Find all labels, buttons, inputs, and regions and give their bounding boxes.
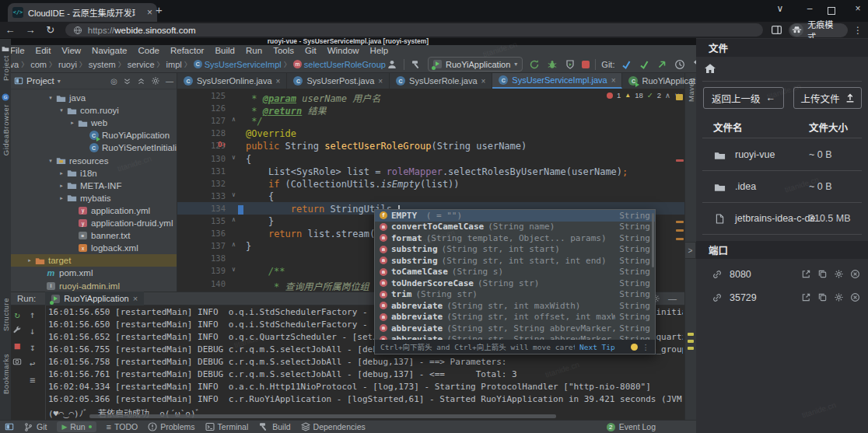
wrench-icon[interactable]	[12, 326, 22, 335]
fold-marker-icon[interactable]: ∧	[232, 216, 236, 223]
stripe-bookmarks[interactable]: Bookmarks	[0, 354, 11, 394]
settings-icon[interactable]	[834, 292, 844, 302]
breadcrumb-item[interactable]: system	[89, 60, 116, 69]
panel-expander-icon[interactable]: >	[684, 242, 696, 259]
override-marker-icon[interactable]: O↑	[218, 141, 226, 148]
statusbar-todo[interactable]: ≡TODO	[107, 422, 138, 431]
menu-tools[interactable]: Tools	[268, 46, 299, 55]
tab-close-icon[interactable]: ×	[378, 77, 383, 86]
menu-refactor[interactable]: Refactor	[165, 46, 209, 55]
url-bar[interactable]: https:// webide.sinosoft.com	[65, 23, 763, 37]
editor-tab-sysuserpost.java[interactable]: CSysUserPost.java×	[287, 73, 390, 89]
tree-expanded-icon[interactable]: ▾	[47, 95, 54, 101]
breadcrumb-method[interactable]: mselectUserRoleGroup	[293, 60, 386, 69]
tree-collapsed-icon[interactable]: ▸	[58, 183, 65, 189]
open-external-icon[interactable]	[801, 269, 811, 279]
run-tab[interactable]: RuoYiApplication ×	[45, 292, 144, 306]
copy-icon[interactable]	[817, 269, 828, 279]
tree-item-meta-inf[interactable]: ▸META-INF	[11, 180, 177, 192]
toolwindow-corner-icon[interactable]	[5, 422, 14, 431]
file-row-ruoyivue[interactable]: ruoyi-vue~ 0 B	[696, 139, 868, 171]
back-icon[interactable]: ←	[0, 24, 20, 36]
completion-item-abbreviate[interactable]: mabbreviate(String str, int maxWidth)Str…	[375, 300, 655, 312]
run-tab-close-icon[interactable]: ×	[133, 294, 138, 303]
stripe-gideabrowser[interactable]: GGideaBrowser	[0, 93, 11, 155]
statusbar-problems[interactable]: Problems	[148, 422, 194, 431]
menu-view[interactable]: View	[56, 46, 86, 55]
rerun-icon[interactable]	[528, 58, 541, 71]
tree-expanded-icon[interactable]: ▾	[58, 107, 65, 113]
fold-marker-icon[interactable]: ∨	[232, 266, 236, 273]
settings-icon[interactable]	[834, 269, 844, 279]
run-hide-icon[interactable]: —	[668, 294, 677, 303]
collapse-all-icon[interactable]	[137, 77, 145, 86]
tree-item-com.ruoyi[interactable]: ▾com.ruoyi	[11, 104, 177, 117]
statusbar-terminal[interactable]: Terminal	[205, 422, 249, 431]
hint-menu-icon[interactable]: ⋮	[642, 343, 650, 351]
breadcrumb-item[interactable]: service	[128, 60, 155, 69]
tree-collapsed-icon[interactable]: ▸	[58, 170, 65, 176]
completion-item-converttocamelcase[interactable]: mconvertToCamelCase(String name)String	[375, 222, 655, 233]
reload-icon[interactable]: ↻	[40, 24, 61, 36]
tree-item-application.yml[interactable]: yapplication.yml	[11, 204, 177, 217]
new-tab-button[interactable]: +	[156, 3, 163, 16]
tree-item-application-druid.yml[interactable]: yapplication-druid.yml	[11, 217, 177, 229]
forward-icon[interactable]: →	[20, 24, 40, 36]
window-restore-icon[interactable]	[824, 6, 838, 17]
up-stack-icon[interactable]: ↑	[30, 309, 35, 320]
hide-panel-icon[interactable]: —	[166, 77, 173, 86]
stripe-project[interactable]: Project	[0, 45, 11, 81]
line-number[interactable]: 132	[177, 179, 226, 188]
lightbulb-icon[interactable]	[631, 344, 638, 351]
line-number[interactable]: 127	[177, 116, 226, 125]
file-row-idea[interactable]: .idea~ 0 B	[696, 171, 868, 203]
window-close-icon[interactable]: ×	[851, 3, 865, 14]
tree-collapsed-icon[interactable]: ▸	[58, 195, 65, 201]
inspection-widget[interactable]: 1 ▲18 ✓2 ∧∨	[607, 91, 680, 100]
line-number[interactable]: 125	[177, 91, 226, 100]
scroll-end-icon[interactable]: ↧	[30, 342, 35, 353]
browser-tab[interactable]: </> CloudIDE - 云原生集成开发环境 ×	[8, 3, 157, 22]
tree-collapsed-icon[interactable]: ▸	[26, 257, 33, 264]
run-with-coverage-icon[interactable]	[564, 58, 576, 71]
debug-icon[interactable]	[546, 58, 558, 71]
line-number[interactable]: 138	[177, 253, 226, 263]
snapshot-icon[interactable]	[12, 357, 22, 366]
tree-expanded-icon[interactable]: ▾	[47, 158, 54, 164]
menu-edit[interactable]: Edit	[30, 46, 57, 55]
line-number[interactable]: 140	[177, 279, 226, 288]
fold-marker-icon[interactable]: ∧	[232, 241, 236, 248]
fold-marker-icon[interactable]: ∧	[232, 116, 236, 123]
git-update-icon[interactable]	[620, 58, 632, 71]
menu-git[interactable]: Git	[299, 46, 322, 55]
editor-tab-sysuserrole.java[interactable]: CSysUserRole.java×	[390, 73, 492, 89]
tree-item-target[interactable]: ▸target	[11, 254, 177, 267]
fold-marker-icon[interactable]: ∨	[232, 154, 236, 161]
port-row-8080[interactable]: 8080	[696, 265, 868, 285]
line-number[interactable]: 135	[177, 216, 226, 225]
completion-item-format[interactable]: mformat(String template, Object... param…	[375, 232, 655, 244]
menu-help[interactable]: Help	[365, 46, 394, 55]
line-number[interactable]: 128	[177, 128, 226, 138]
completion-item-tocamelcase[interactable]: mtoCamelCase(String s)String	[375, 267, 655, 278]
completion-item-tounderscorecase[interactable]: mtoUnderScoreCase(String str)String	[375, 278, 655, 289]
popup-scrollbar[interactable]	[652, 213, 654, 267]
tab-close-icon[interactable]: ×	[147, 7, 152, 18]
menu-window[interactable]: Window	[322, 46, 365, 55]
upload-file-button[interactable]: 上传文件	[793, 87, 862, 109]
statusbar-run[interactable]: ▶Run	[57, 421, 96, 432]
project-panel-title[interactable]: Project	[26, 76, 54, 86]
tree-item-pom.xml[interactable]: mpom.xml	[11, 267, 177, 279]
file-row-jetbrainsideacde[interactable]: jetbrains-idea-c-de...310.5 MB	[696, 203, 868, 235]
line-number[interactable]: 136	[177, 229, 226, 238]
fold-marker-icon[interactable]: ∨	[232, 191, 236, 198]
menu-run[interactable]: Run	[240, 46, 268, 55]
back-level-button[interactable]: 返回上一级←	[703, 87, 784, 109]
breadcrumb-class[interactable]: CSysUserServiceImpl	[194, 60, 282, 69]
tree-item-logback.xml[interactable]: xlogback.xml	[11, 242, 177, 254]
stop-icon[interactable]	[582, 61, 590, 68]
soft-wrap-icon[interactable]: ↩	[30, 358, 35, 369]
completion-item-abbreviate[interactable]: mabbreviate(String str, String abbrevMar…	[375, 323, 655, 334]
breadcrumb-item[interactable]: impl	[166, 60, 182, 69]
next-tip-link[interactable]: Next Tip	[579, 343, 615, 351]
